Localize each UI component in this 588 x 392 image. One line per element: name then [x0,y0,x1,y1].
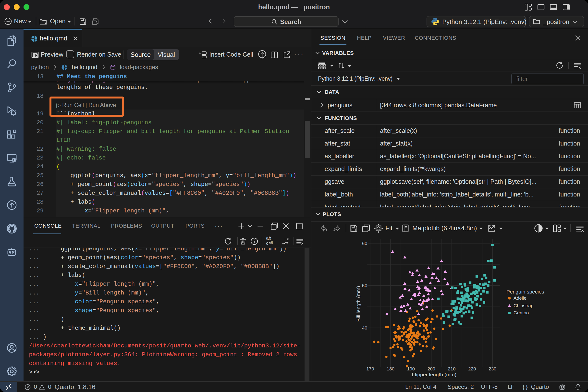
svg-text:Chinstrap: Chinstrap [514,303,533,308]
svg-text:190: 190 [407,366,415,372]
svg-text:220: 220 [468,366,476,372]
svg-text:170: 170 [366,366,374,372]
svg-text:210: 210 [448,366,456,372]
svg-text:60: 60 [362,241,367,246]
svg-text:230: 230 [488,366,496,372]
svg-text:Gentoo: Gentoo [514,310,529,315]
svg-text:Bill length (mm): Bill length (mm) [356,286,361,322]
svg-text:Penguin species: Penguin species [506,289,544,294]
svg-text:Adelie: Adelie [514,296,526,300]
svg-text:40: 40 [362,325,367,330]
svg-text:200: 200 [428,366,435,372]
svg-text:Flipper length (mm): Flipper length (mm) [412,372,456,377]
svg-text:50: 50 [362,283,367,288]
svg-text:180: 180 [386,366,394,372]
